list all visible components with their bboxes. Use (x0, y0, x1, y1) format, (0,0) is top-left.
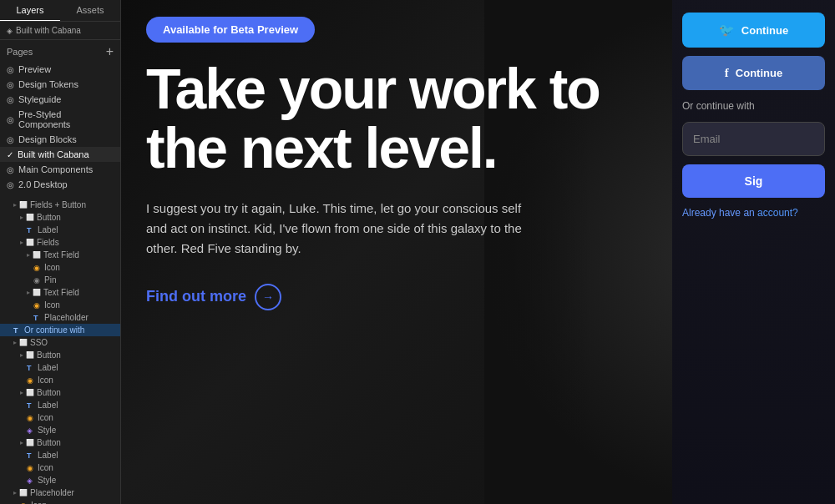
page-label: 2.0 Desktop (18, 179, 68, 189)
built-with-cabana: ◈ Built with Cabana (0, 22, 120, 40)
signup-button[interactable]: Sig (682, 164, 825, 198)
text-icon: T (27, 364, 35, 372)
facebook-continue-button[interactable]: f Continue (682, 56, 825, 90)
layer-placeholder-frame[interactable]: ▸ ⬜ Placeholder (0, 486, 120, 499)
add-page-button[interactable]: + (106, 45, 114, 58)
frame-icon: ⬜ (19, 339, 28, 346)
layer-text-field-1[interactable]: ▸ ⬜ Text Field (0, 249, 120, 261)
layer-label: Fields + Button (30, 200, 86, 209)
page-item-main-components[interactable]: ◎ Main Components (0, 162, 120, 177)
layer-text-field-2[interactable]: ▸ ⬜ Text Field (0, 286, 120, 299)
find-out-more-link[interactable]: Find out more → (146, 284, 630, 310)
frame-icon: ⬜ (26, 351, 34, 359)
layer-icon-3[interactable]: ◉ Icon (0, 374, 120, 386)
main-content: Available for Beta Preview Take your wor… (121, 0, 835, 504)
layer-label: Icon (44, 263, 60, 272)
layer-icon-6[interactable]: ◉ Icon (0, 499, 120, 504)
sidebar-tabs: Layers Assets (0, 0, 120, 22)
page-check-icon: ✓ (7, 150, 13, 159)
twitter-icon: 🐦 (719, 23, 735, 38)
layer-label: Button (37, 388, 61, 397)
layer-style-2[interactable]: ◈ Style (0, 474, 120, 486)
layer-fields-button[interactable]: ▸ ⬜ Fields + Button (0, 199, 120, 211)
layer-style-1[interactable]: ◈ Style (0, 424, 120, 436)
layer-button-1[interactable]: ▸ ⬜ Button (0, 211, 120, 224)
page-icon: ◎ (7, 80, 14, 89)
layer-pin[interactable]: ◉ Pin (0, 274, 120, 286)
or-continue-divider: Or continue with (682, 98, 825, 113)
frame-icon: ⬜ (26, 439, 34, 446)
layer-icon-1[interactable]: ◉ Icon (0, 261, 120, 274)
layer-icon-4[interactable]: ◉ Icon (0, 411, 120, 424)
layer-label: SSO (30, 338, 48, 347)
right-panel: 🐦 Continue f Continue Or continue with S… (672, 0, 835, 504)
collapse-icon: ▸ (20, 439, 23, 446)
page-item-design-tokens[interactable]: ◎ Design Tokens (0, 77, 120, 92)
layer-label-2[interactable]: T Label (0, 361, 120, 374)
frame-icon: ⬜ (26, 239, 34, 246)
layer-label: Icon (38, 375, 53, 385)
layer-icon-5[interactable]: ◉ Icon (0, 461, 120, 474)
page-item-pre-styled[interactable]: ◎ Pre-Styled Components (0, 107, 120, 132)
page-item-styleguide[interactable]: ◎ Styleguide (0, 92, 120, 107)
find-out-more-text: Find out more (146, 288, 246, 305)
page-label: Design Blocks (18, 134, 77, 144)
layer-fields[interactable]: ▸ ⬜ Fields (0, 236, 120, 249)
layer-button-4[interactable]: ▸ ⬜ Button (0, 436, 120, 449)
component-icon: ◉ (20, 501, 28, 505)
cabana-icon: ◈ (7, 27, 13, 35)
text-icon: T (27, 226, 35, 234)
component-icon: ◉ (33, 301, 42, 310)
layer-label-3[interactable]: T Label (0, 399, 120, 411)
layer-label: Pin (44, 275, 56, 285)
page-label: Preview (18, 64, 51, 74)
beta-badge: Available for Beta Preview (146, 17, 315, 43)
frame-icon: ⬜ (33, 289, 41, 296)
page-icon: ◎ (7, 135, 14, 144)
layer-placeholder-1[interactable]: T Placeholder (0, 311, 120, 324)
collapse-icon: ▸ (13, 201, 17, 209)
already-have-account: Already have an account? (682, 206, 825, 220)
layer-label: Icon (44, 300, 60, 310)
tab-assets[interactable]: Assets (60, 0, 120, 21)
text-icon: T (33, 314, 42, 322)
email-input[interactable] (682, 122, 825, 156)
frame-icon: ⬜ (26, 389, 34, 396)
layer-label: Icon (38, 413, 53, 422)
component-icon: ◉ (33, 264, 42, 272)
page-icon: ◎ (7, 180, 14, 189)
layer-icon-2[interactable]: ◉ Icon (0, 299, 120, 311)
tab-layers[interactable]: Layers (0, 0, 60, 21)
sidebar: Layers Assets ◈ Built with Cabana Pages … (0, 0, 121, 504)
text-icon: T (13, 326, 22, 335)
layer-label: Button (37, 438, 61, 447)
already-have-link[interactable]: account? (757, 207, 798, 219)
style-icon: ◈ (27, 476, 35, 485)
collapse-icon: ▸ (13, 339, 17, 346)
page-label: Design Tokens (18, 79, 78, 89)
hero-description: I suggest you try it again, Luke. This t… (146, 199, 522, 259)
page-icon: ◎ (7, 165, 14, 174)
layer-label: Label (38, 451, 58, 460)
component-icon: ◉ (27, 464, 35, 472)
twitter-continue-button[interactable]: 🐦 Continue (682, 13, 825, 48)
page-item-2-0-desktop[interactable]: ◎ 2.0 Desktop (0, 177, 120, 192)
layer-sso[interactable]: ▸ ⬜ SSO (0, 336, 120, 349)
page-item-preview[interactable]: ◎ Preview (0, 62, 120, 77)
frame-icon: ⬜ (26, 214, 34, 221)
layer-or-continue-with[interactable]: T Or continue with (0, 324, 120, 336)
page-item-built-with-cabana[interactable]: ✓ Built with Cabana (0, 147, 120, 162)
page-item-design-blocks[interactable]: ◎ Design Blocks (0, 132, 120, 147)
pages-label: Pages (7, 47, 33, 57)
page-label: Main Components (18, 164, 93, 174)
layer-label: Style (38, 426, 56, 435)
style-icon: ◈ (27, 426, 35, 435)
layer-label-1[interactable]: T Label (0, 224, 120, 236)
layer-button-3[interactable]: ▸ ⬜ Button (0, 386, 120, 399)
layer-label: Placeholder (44, 313, 89, 322)
collapse-icon: ▸ (20, 351, 23, 359)
layer-label-4[interactable]: T Label (0, 449, 120, 461)
layer-button-2[interactable]: ▸ ⬜ Button (0, 349, 120, 361)
already-have-text: Already have an (682, 207, 755, 219)
layer-label: Text Field (43, 250, 79, 260)
